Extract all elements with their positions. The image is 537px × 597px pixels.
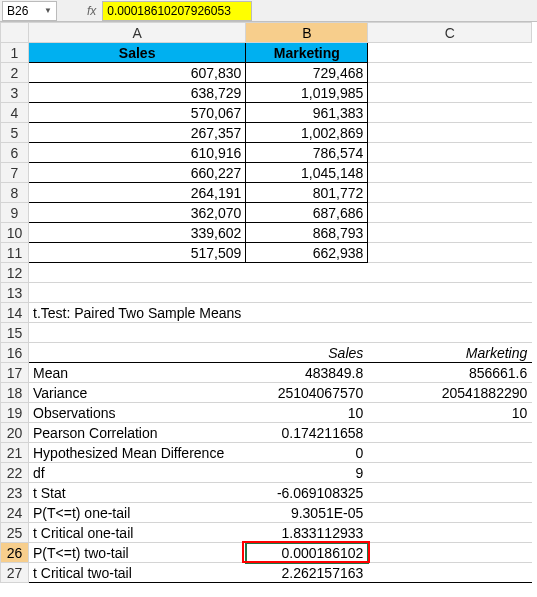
row-header[interactable]: 22 <box>1 463 29 483</box>
cell[interactable]: P(T<=t) two-tail <box>29 543 246 563</box>
cell[interactable]: Sales <box>29 43 246 63</box>
cell[interactable] <box>368 103 532 123</box>
cell[interactable]: t.Test: Paired Two Sample Means <box>29 303 246 323</box>
cell[interactable]: 687,686 <box>246 203 368 223</box>
cell[interactable] <box>368 483 532 503</box>
cell[interactable] <box>29 283 246 303</box>
cell[interactable]: 610,916 <box>29 143 246 163</box>
cell[interactable]: 801,772 <box>246 183 368 203</box>
cell[interactable]: 1,002,869 <box>246 123 368 143</box>
row-header[interactable]: 12 <box>1 263 29 283</box>
cell[interactable] <box>368 123 532 143</box>
row-header[interactable]: 23 <box>1 483 29 503</box>
cell[interactable] <box>246 303 368 323</box>
row-header[interactable]: 9 <box>1 203 29 223</box>
cell[interactable]: 570,067 <box>29 103 246 123</box>
cell[interactable] <box>29 263 246 283</box>
cell[interactable] <box>368 323 532 343</box>
chevron-down-icon[interactable]: ▼ <box>44 6 52 15</box>
row-header[interactable]: 20 <box>1 423 29 443</box>
row-header[interactable]: 25 <box>1 523 29 543</box>
row-header[interactable]: 7 <box>1 163 29 183</box>
col-header-c[interactable]: C <box>368 23 532 43</box>
cell[interactable]: 339,602 <box>29 223 246 243</box>
row-header[interactable]: 2 <box>1 63 29 83</box>
cell[interactable]: 10 <box>368 403 532 423</box>
row-header[interactable]: 10 <box>1 223 29 243</box>
row-header[interactable]: 6 <box>1 143 29 163</box>
row-header[interactable]: 5 <box>1 123 29 143</box>
cell[interactable]: t Critical one-tail <box>29 523 246 543</box>
cell[interactable]: 1.833112933 <box>246 523 368 543</box>
cell[interactable] <box>368 303 532 323</box>
cell[interactable]: 660,227 <box>29 163 246 183</box>
cell[interactable] <box>368 443 532 463</box>
cell[interactable] <box>368 143 532 163</box>
col-header-b[interactable]: B <box>246 23 368 43</box>
row-header[interactable]: 24 <box>1 503 29 523</box>
cell[interactable]: Mean <box>29 363 246 383</box>
cell[interactable]: 20541882290 <box>368 383 532 403</box>
cell[interactable] <box>368 283 532 303</box>
cell[interactable]: 267,357 <box>29 123 246 143</box>
cell[interactable]: 9 <box>246 463 368 483</box>
cell[interactable]: 729,468 <box>246 63 368 83</box>
row-header[interactable]: 17 <box>1 363 29 383</box>
cell[interactable]: Variance <box>29 383 246 403</box>
cell[interactable] <box>246 283 368 303</box>
row-header[interactable]: 14 <box>1 303 29 323</box>
cell[interactable] <box>368 263 532 283</box>
row-header[interactable]: 18 <box>1 383 29 403</box>
cell[interactable] <box>368 503 532 523</box>
cell[interactable]: 264,191 <box>29 183 246 203</box>
row-header[interactable]: 21 <box>1 443 29 463</box>
cell[interactable]: 786,574 <box>246 143 368 163</box>
cell[interactable]: 517,509 <box>29 243 246 263</box>
cell[interactable] <box>368 203 532 223</box>
cell[interactable]: -6.069108325 <box>246 483 368 503</box>
cell[interactable]: 0 <box>246 443 368 463</box>
cell[interactable] <box>368 63 532 83</box>
cell[interactable]: 1,019,985 <box>246 83 368 103</box>
row-header[interactable]: 13 <box>1 283 29 303</box>
cell[interactable]: 638,729 <box>29 83 246 103</box>
row-header[interactable]: 1 <box>1 43 29 63</box>
cell[interactable]: Pearson Correlation <box>29 423 246 443</box>
cell[interactable]: 10 <box>246 403 368 423</box>
cell[interactable]: 662,938 <box>246 243 368 263</box>
cell[interactable]: P(T<=t) one-tail <box>29 503 246 523</box>
cell[interactable] <box>368 463 532 483</box>
row-header[interactable]: 26 <box>1 543 29 563</box>
formula-input[interactable]: 0.00018610207926053 <box>102 1 252 21</box>
row-header[interactable]: 8 <box>1 183 29 203</box>
name-box[interactable]: B26 ▼ <box>2 1 57 21</box>
cell[interactable]: 868,793 <box>246 223 368 243</box>
cell[interactable] <box>29 343 246 363</box>
cell[interactable]: 961,383 <box>246 103 368 123</box>
cell[interactable]: Observations <box>29 403 246 423</box>
row-header[interactable]: 15 <box>1 323 29 343</box>
cell[interactable]: 483849.8 <box>246 363 368 383</box>
cell[interactable]: 362,070 <box>29 203 246 223</box>
cell[interactable]: 2.262157163 <box>246 563 368 583</box>
cell[interactable] <box>368 83 532 103</box>
cell[interactable]: Marketing <box>368 343 532 363</box>
cell[interactable]: Sales <box>246 343 368 363</box>
row-header[interactable]: 3 <box>1 83 29 103</box>
cell[interactable] <box>368 423 532 443</box>
cell[interactable] <box>246 323 368 343</box>
cell[interactable] <box>368 163 532 183</box>
cell[interactable]: 607,830 <box>29 63 246 83</box>
col-header-a[interactable]: A <box>29 23 246 43</box>
row-header[interactable]: 4 <box>1 103 29 123</box>
cell[interactable] <box>368 543 532 563</box>
row-header[interactable]: 11 <box>1 243 29 263</box>
cell[interactable] <box>368 243 532 263</box>
cell[interactable]: 25104067570 <box>246 383 368 403</box>
row-header[interactable]: 16 <box>1 343 29 363</box>
cell[interactable] <box>246 263 368 283</box>
row-header[interactable]: 27 <box>1 563 29 583</box>
cell[interactable] <box>368 523 532 543</box>
select-all-cell[interactable] <box>1 23 29 43</box>
cell[interactable] <box>29 323 246 343</box>
